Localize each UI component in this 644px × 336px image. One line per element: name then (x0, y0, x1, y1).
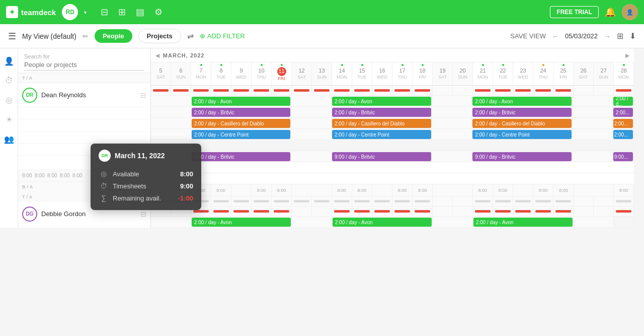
tooltip-available-value: 8:00 (180, 170, 193, 178)
free-trial-button[interactable]: FREE TRIAL (550, 6, 599, 18)
compass-icon[interactable]: ◎ (6, 95, 13, 105)
debbie-avatar: DG (22, 207, 37, 222)
dean-timesheet-row: 9:00 / day - Britvic 9:00 / day - Britvi… (151, 151, 634, 162)
tooltip-timesheets-value: 9:00 (180, 182, 193, 190)
casillero-bar-3[interactable]: 2:00 / day - Casillero del Diablo (472, 119, 572, 128)
sun-icon[interactable]: ☀ (6, 115, 13, 124)
filter-icon[interactable]: ⇌ (187, 31, 194, 41)
tooltip-popup: DR March 11, 2022 ◎ Available 8:00 ⏱ Tim… (151, 144, 201, 210)
timesheet-britvic-bar-2[interactable]: 9:00 / day - Britvic (332, 152, 431, 161)
ba-label: B / A (22, 184, 33, 189)
avon-bar-3[interactable]: 2:00 / day - Avon (472, 97, 572, 106)
tooltip-remaining-row: ∑ Remaining avail. -1:00 (151, 192, 193, 204)
day-col-28: 28MON (614, 62, 634, 85)
search-input[interactable] (24, 59, 144, 71)
day-col-25: 25FRI (553, 62, 574, 85)
add-filter-button[interactable]: ⊕ ADD FILTER (200, 32, 245, 40)
user-menu-chevron[interactable]: ▾ (84, 10, 87, 15)
user-avatar[interactable]: 👤 (622, 4, 638, 20)
month-prev-arrow[interactable]: ◄ (154, 51, 161, 59)
hamburger-icon[interactable]: ☰ (8, 31, 16, 42)
casillero-bar-4[interactable]: 2:00... (613, 119, 633, 128)
casillero-bar-1[interactable]: 2:00 / day - Casillero del Diablo (192, 119, 291, 128)
tooltip-date: March 11, 2022 (151, 152, 165, 160)
logo[interactable]: ✦ teamdeck (6, 6, 56, 18)
tooltip-available-label: Available (151, 170, 176, 178)
date-next-arrow[interactable]: → (604, 32, 611, 40)
timesheet-britvic-bar-4[interactable]: 9:00... (613, 152, 633, 161)
clock-icon[interactable]: ⏱ (5, 76, 13, 85)
timesheet-britvic-bar-3[interactable]: 9:00 / day - Britvic (472, 152, 572, 161)
timeline-area: ◄ MARCH, 2022 ► 5SAT 6SUN 7MON 8TUE 9WED… (151, 48, 644, 228)
dean-casillero-row: 2:00 / day - Casillero del Diablo 2:00 /… (151, 118, 634, 129)
centrepoint-bar-3[interactable]: 2:00 / day - Centre Point (472, 130, 572, 139)
calendar-view-icon[interactable]: ⊞ (617, 31, 623, 41)
day-col-5: 5SAT (151, 62, 171, 85)
day-col-17: 17THU (392, 62, 413, 85)
debbie-options-icon[interactable]: ⊟ (140, 210, 146, 218)
casillero-bar-2[interactable]: 2:00 / day - Casillero del Diablo (332, 119, 431, 128)
user-avatar-initials[interactable]: RD (62, 4, 78, 20)
ta-label2: T / A (22, 194, 33, 199)
ta-metric-bars-bottom (151, 207, 634, 217)
britvic-bar-2[interactable]: 2:00 / day - Britvic (332, 108, 431, 117)
centrepoint-bar-1[interactable]: 2:00 / day - Centre Point (192, 130, 291, 139)
day-col-22: 22TUE (493, 62, 513, 85)
centrepoint-bar-4[interactable]: 2:00... (613, 130, 633, 139)
chart-icon[interactable]: ▤ (136, 7, 144, 18)
day-col-11: 11FRI (272, 62, 292, 85)
dean-name: Dean Reynolds (41, 91, 140, 99)
avon-bar-4[interactable]: 2:00 / d... (613, 97, 633, 106)
dean-options-icon[interactable]: ⊟ (140, 91, 146, 99)
day-col-23: 23WED (513, 62, 533, 85)
day-col-9: 9WED (231, 62, 252, 85)
britvic-bar-1[interactable]: 2:00 / day - Britvic (192, 108, 291, 117)
day-col-12: 12SAT (292, 62, 312, 85)
bookmarks-icon[interactable]: ⊟ (101, 7, 108, 18)
blank-row-3 (151, 173, 634, 184)
day-col-26: 26SAT (574, 62, 594, 85)
avon-bar-1[interactable]: 2:00 / day - Avon (192, 97, 291, 106)
debbie-avon-bar-3[interactable]: 2:00 / day - Avon (473, 218, 573, 227)
month-label: MARCH, 2022 (163, 52, 205, 58)
person-icon[interactable]: 👤 (4, 56, 14, 66)
projects-button[interactable]: Projects (138, 29, 181, 43)
month-next-arrow[interactable]: ► (624, 51, 631, 59)
days-header-row: 5SAT 6SUN 7MON 8TUE 9WED 10THU 11FRI 12S… (151, 62, 634, 86)
avon-bar-2[interactable]: 2:00 / day - Avon (332, 97, 431, 106)
tooltip-header: DR March 11, 2022 (151, 150, 193, 162)
britvic-bar-3[interactable]: 2:00 / day - Britvic (472, 108, 572, 117)
logo-icon: ✦ (6, 6, 18, 18)
dean-event-spacer-3 (18, 131, 150, 144)
settings-icon[interactable]: ⚙ (154, 7, 163, 18)
britvic-bar-4[interactable]: 2:00... (613, 108, 633, 117)
day-col-27: 27SUN (594, 62, 614, 85)
timeline-inner: ◄ MARCH, 2022 ► 5SAT 6SUN 7MON 8TUE 9WED… (151, 48, 634, 228)
day-col-16: 16WED (372, 62, 392, 85)
day-col-13: 13SUN (312, 62, 332, 85)
tooltip-timesheets-label: Timesheets (151, 182, 176, 190)
edit-view-icon[interactable]: ✏ (83, 32, 89, 40)
tooltip-remaining-label: Remaining avail. (151, 194, 174, 202)
grid-icon[interactable]: ⊞ (118, 7, 126, 18)
centrepoint-bar-2[interactable]: 2:00 / day - Centre Point (332, 130, 431, 139)
dean-avatar: DR (22, 88, 37, 103)
save-view-button[interactable]: SAVE VIEW (510, 32, 546, 40)
debbie-avon-bar-2[interactable]: 2:00 / day - Avon (333, 218, 432, 227)
sub-navigation: ☰ My View (default) ✏ People Projects ⇌ … (0, 24, 644, 48)
download-icon[interactable]: ⬇ (629, 31, 636, 41)
group-icon[interactable]: 👥 (4, 135, 14, 144)
day-col-10: 10THU (252, 62, 272, 85)
ta-label-row: T / A (18, 73, 150, 83)
debbie-avon-bar-1[interactable]: 2:00 / day - Avon (192, 218, 291, 227)
main-body: 👤 ⏱ ◎ ☀ 👥 Search for T / A DR Dean Reyno… (0, 48, 644, 228)
blank-row-1 (151, 140, 634, 151)
date-prev-arrow[interactable]: ← (552, 32, 559, 40)
tooltip-available-row: ◎ Available 8:00 (151, 168, 193, 180)
view-name-label: My View (default) (22, 32, 76, 40)
notifications-icon[interactable]: 🔔 (605, 7, 616, 18)
timesheet-britvic-bar-1[interactable]: 9:00 / day - Britvic (192, 152, 291, 161)
ta-label: T / A (22, 76, 33, 81)
day-col-15: 15TUE (352, 62, 372, 85)
people-button[interactable]: People (95, 29, 132, 43)
